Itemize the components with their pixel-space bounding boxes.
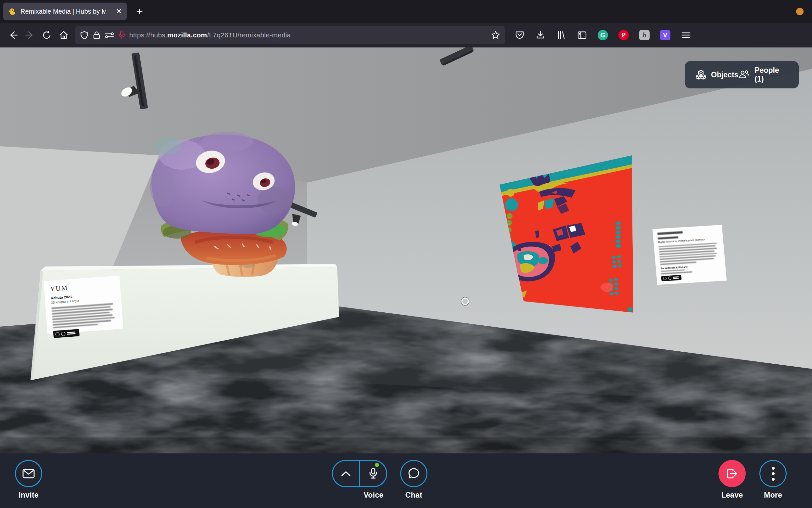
chat-bubble-icon	[408, 467, 420, 480]
leave-button[interactable]: Leave	[718, 460, 746, 500]
wall-placard-description-blurred	[658, 243, 720, 265]
forward-button[interactable]	[21, 27, 38, 44]
wall-placard-title-blurred	[657, 231, 683, 235]
creative-commons-badge	[661, 275, 681, 282]
pedestal-placard[interactable]: YUM Kabuto 2021 3D sculpture, Forger	[44, 276, 123, 334]
recording-indicator-dot	[796, 8, 804, 15]
tab-remixable-media[interactable]: Remixable Media | Hubs by Mozil ✕	[3, 3, 127, 20]
3d-viewport[interactable]: YUM Kabuto 2021 3D sculpture, Forger Dig…	[0, 47, 812, 508]
pocket-icon[interactable]	[511, 27, 528, 44]
chat-button[interactable]: Chat	[400, 460, 427, 500]
tab-close-icon[interactable]: ✕	[115, 7, 122, 15]
voice-button-group: Voice	[332, 460, 387, 500]
cubes-icon	[696, 69, 707, 80]
wall-placard[interactable]: Digital illustration, Photoshop and Illu…	[653, 225, 727, 285]
url-text: https://hubs.mozilla.com/L7q26TU/remixab…	[129, 31, 291, 39]
new-tab-button[interactable]: +	[133, 4, 147, 18]
tab-title: Remixable Media | Hubs by Mozil	[20, 8, 105, 15]
more-button[interactable]: More	[759, 460, 787, 500]
sidebar-toggle-icon[interactable]	[574, 27, 590, 44]
placard-description-blurred	[51, 303, 117, 328]
hubs-toolbar: Invite Voice	[0, 453, 812, 508]
chevron-up-icon	[341, 471, 351, 476]
microphone-icon	[369, 468, 377, 479]
voice-options-chevron-button[interactable]	[333, 461, 359, 486]
kebab-menu-icon	[772, 467, 775, 481]
reload-button[interactable]	[38, 27, 55, 44]
people-button[interactable]: People (1)	[738, 66, 788, 84]
lock-icon[interactable]	[93, 31, 101, 40]
menu-hamburger-icon[interactable]	[677, 27, 695, 44]
permissions-icon[interactable]	[105, 31, 114, 40]
people-icon	[738, 70, 750, 80]
browser-window: Remixable Media | Hubs by Mozil ✕ +	[0, 0, 812, 508]
wall-placard-artist-blurred	[658, 236, 678, 239]
tab-bar: Remixable Media | Hubs by Mozil ✕ +	[0, 0, 812, 23]
home-button[interactable]	[55, 27, 72, 44]
objects-button[interactable]: Objects	[696, 69, 738, 80]
scene-top-right-pill: Objects People (1)	[685, 61, 799, 88]
back-button[interactable]	[5, 27, 21, 44]
url-bar[interactable]: https://hubs.mozilla.com/L7q26TU/remixab…	[75, 26, 505, 44]
invite-button[interactable]: Invite	[15, 460, 42, 500]
placard-title: YUM	[50, 281, 114, 293]
grammarly-extension-icon[interactable]: G	[594, 27, 611, 44]
bookmark-star-icon[interactable]	[491, 31, 500, 40]
v-extension-icon[interactable]: V	[657, 27, 674, 44]
tracking-shield-icon[interactable]	[80, 31, 89, 40]
microphone-permission-icon[interactable]	[118, 30, 125, 40]
envelope-icon	[22, 468, 35, 479]
voice-mute-button[interactable]	[360, 461, 386, 486]
library-icon[interactable]	[553, 27, 570, 44]
navigation-bar: https://hubs.mozilla.com/L7q26TU/remixab…	[0, 23, 812, 47]
downloads-icon[interactable]	[532, 27, 549, 44]
pinterest-extension-icon[interactable]: P	[615, 27, 632, 44]
hubs-duck-favicon	[8, 7, 16, 16]
mic-active-indicator	[375, 463, 379, 467]
h-extension-icon[interactable]: h	[636, 27, 653, 44]
leave-room-icon	[726, 468, 738, 479]
